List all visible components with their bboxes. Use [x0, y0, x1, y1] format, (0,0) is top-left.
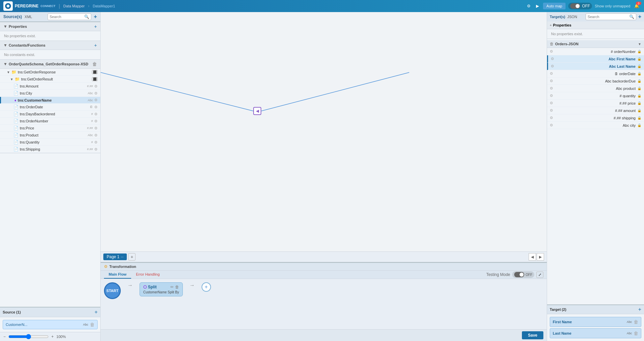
breadcrumb[interactable]: DataMapper1 [93, 4, 115, 8]
schema-header[interactable]: ▼ OrderQuoteSchema_GetOrderResponse-XSD … [0, 60, 100, 69]
zoom-slider[interactable] [8, 334, 49, 339]
expand-transform-button[interactable]: ⤢ [536, 272, 543, 278]
item-type: # [91, 140, 93, 144]
gear-icon[interactable]: ⚙ [94, 126, 98, 130]
flow-add-button[interactable]: + [202, 282, 211, 292]
target-item-amount[interactable]: ⚙ #.## amount 🔒 [547, 107, 644, 114]
target-bottom-firstname[interactable]: First Name Abc 🗑 [550, 317, 641, 327]
gear-icon[interactable]: ⚙ [94, 105, 98, 109]
item-label: Abc Last Name [556, 64, 636, 68]
tree-item-getorderresponse[interactable]: ▼ 📁 tns:GetOrderResponse ⬛ [0, 69, 100, 76]
tree-item-price[interactable]: 📄 tns:Price #.## ⚙ [0, 125, 100, 132]
tree-item-product[interactable]: 📄 tns:Product Abc ⚙ [0, 132, 100, 139]
tab-error-handling[interactable]: Error Handling [131, 271, 164, 279]
gear-icon[interactable]: ⚙ [94, 133, 98, 137]
gear-icon[interactable]: ⚙ [550, 116, 553, 120]
page-next-button[interactable]: ▶ [537, 253, 544, 261]
source-item-delete[interactable]: 🗑 [90, 322, 95, 327]
left-add-button[interactable]: + [94, 14, 97, 20]
target-item-shipping[interactable]: ⚙ #.## shipping 🔒 [547, 114, 644, 122]
gear-icon[interactable]: ⚙ [94, 98, 98, 102]
lastname-delete[interactable]: 🗑 [634, 331, 638, 336]
page-prev-button[interactable]: ◀ [529, 253, 536, 261]
properties-add-button[interactable]: + [94, 24, 97, 29]
target-item-price[interactable]: ⚙ #.## price 🔒 [547, 100, 644, 107]
constants-header[interactable]: ▼ Constants/Functions + [0, 41, 100, 50]
zoom-minus-button[interactable]: − [3, 334, 6, 339]
flow-split-node[interactable]: ⬡ Split ✏ 🗑 CustomerName Split By [140, 282, 183, 296]
schema-delete-button[interactable]: 🗑 [92, 61, 97, 67]
gear-icon[interactable]: ⚙ [550, 71, 553, 76]
gear-icon[interactable]: ⚙ [550, 49, 553, 54]
settings-button[interactable]: ⚙ [526, 2, 532, 10]
testing-toggle-switch[interactable] [514, 272, 524, 277]
gear-icon[interactable]: ⚙ [94, 147, 98, 152]
add-page-button[interactable]: + [128, 253, 136, 261]
properties-header[interactable]: ▼ Properties + [0, 22, 100, 31]
gear-icon[interactable]: ⚙ [94, 91, 98, 96]
constants-add-button[interactable]: + [94, 43, 97, 48]
left-search-input[interactable] [50, 15, 83, 19]
target-bottom-items: First Name Abc 🗑 Last Name Abc 🗑 [547, 314, 644, 341]
gear-icon[interactable]: ⚙ [550, 79, 553, 83]
gear-icon[interactable]: ⚙ [94, 84, 98, 89]
target-item-quantity[interactable]: ⚙ # quantity 🔒 [547, 92, 644, 100]
flow-arrow-2: → [190, 282, 195, 288]
tree-item-ordernumber[interactable]: 📄 tns:OrderNumber # ⚙ [0, 118, 100, 125]
target-item-ordernumber[interactable]: ⚙ # orderNumber 🔒 [547, 48, 644, 55]
gear-icon[interactable]: ⚙ [94, 112, 98, 116]
gear-icon[interactable]: ⚙ [550, 108, 553, 113]
right-search-input[interactable] [588, 15, 628, 19]
auto-map-toggle[interactable]: OFF [568, 3, 592, 9]
toggle-switch[interactable] [570, 3, 580, 9]
source-panel-add-button[interactable]: + [95, 309, 98, 315]
gear-icon[interactable]: ⚙ [550, 86, 553, 91]
edit-node-button[interactable]: ✏ [170, 285, 174, 289]
lock-icon: 🔒 [637, 123, 641, 127]
source-item-customername[interactable]: CustomerN... Abc 🗑 [3, 320, 98, 329]
gear-icon[interactable]: ⚙ [550, 123, 553, 127]
tree-item-shipping[interactable]: 📄 tns:Shipping #.## ⚙ [0, 146, 100, 153]
tree-item-customername[interactable]: ♦ tns:CustomerName Abc ⚙ [0, 97, 100, 104]
tree-item-amount[interactable]: 📄 tns:Amount #.## ⚙ [0, 83, 100, 90]
item-label: tns:GetOrderResult [21, 77, 91, 81]
delete-node-button[interactable]: 🗑 [175, 285, 179, 289]
gear-icon[interactable]: ⚙ [94, 119, 98, 123]
tree-item-quantity[interactable]: 📄 tns:Quantity # ⚙ [0, 139, 100, 146]
gear-icon[interactable]: ⚙ [551, 64, 554, 68]
tree-item-daysbackordered[interactable]: 📄 tns:DaysBackordered # ⚙ [0, 111, 100, 118]
auto-map-button[interactable]: Auto map [543, 3, 566, 9]
item-type: # [91, 112, 93, 116]
target-item-city[interactable]: ⚙ Abc city 🔒 [547, 122, 644, 129]
zoom-plus-button[interactable]: + [51, 334, 54, 339]
tree-item-getorderresult[interactable]: ▼ 📁 tns:GetOrderResult ⬛ [0, 76, 100, 83]
right-add-button[interactable]: + [638, 14, 641, 20]
gear-icon[interactable]: ⚙ [94, 140, 98, 145]
right-target-add-button[interactable]: + [638, 306, 641, 312]
target-item-lastname[interactable]: ⚙ Abc Last Name 🔒 [547, 63, 644, 70]
right-props-header[interactable]: + Properties [547, 21, 644, 29]
gear-icon[interactable]: ⚙ [551, 57, 554, 61]
target-item-backorderdue[interactable]: ⚙ Abc backorderDue 🔒 [547, 77, 644, 85]
element-badge: ⬛ [92, 70, 98, 74]
target-section-header[interactable]: 🗑 Orders-JSON ▼ [547, 40, 644, 48]
canvas-area[interactable]: ◀ Page 1 ··· + ◀ ▶ [101, 12, 547, 262]
save-button[interactable]: Save [522, 331, 543, 339]
testing-toggle[interactable]: OFF [512, 271, 534, 278]
page-tab[interactable]: Page 1 ··· [103, 253, 127, 260]
connection-node[interactable]: ◀ [253, 107, 261, 115]
page-nav-arrows: ◀ ▶ [529, 253, 544, 261]
target-item-orderdate[interactable]: ⚙ 🗓 orderDate 🔒 [547, 70, 644, 77]
gear-icon[interactable]: ⚙ [550, 94, 553, 98]
target-item-firstname[interactable]: ⚙ Abc First Name 🔒 [547, 55, 644, 63]
gear-icon[interactable]: ⚙ [550, 101, 553, 105]
firstname-delete[interactable]: 🗑 [634, 319, 638, 325]
tree-item-city[interactable]: 📄 tns:City Abc ⚙ [0, 90, 100, 97]
target-item-product[interactable]: ⚙ Abc product 🔒 [547, 85, 644, 92]
play-button[interactable]: ▶ [535, 2, 540, 10]
tab-main-flow[interactable]: Main Flow [104, 271, 131, 279]
notification-button[interactable]: 🔔 0 [633, 2, 641, 10]
folder-icon: 📁 [15, 77, 20, 81]
target-bottom-lastname[interactable]: Last Name Abc 🗑 [550, 328, 641, 338]
tree-item-orderdate[interactable]: 📄 tns:OrderDate 🗓 ⚙ [0, 104, 100, 111]
